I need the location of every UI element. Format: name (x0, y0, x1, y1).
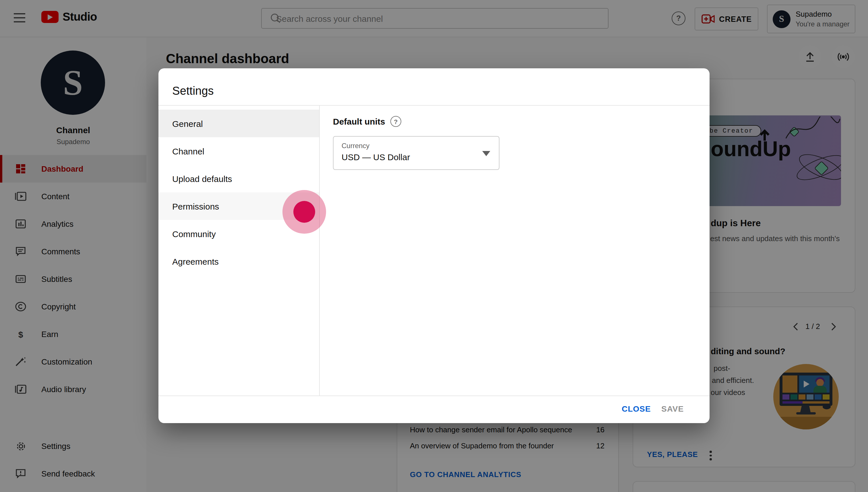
help-question-icon[interactable]: ? (390, 116, 401, 127)
chevron-down-icon (482, 151, 490, 156)
settings-dialog: Settings General Channel Upload defaults… (158, 68, 710, 423)
section-heading: Default units ? (333, 116, 401, 127)
currency-value: USD — US Dollar (342, 152, 410, 162)
settings-tab-general[interactable]: General (158, 109, 319, 137)
settings-tab-agreements[interactable]: Agreements (158, 247, 319, 275)
close-button[interactable]: CLOSE (622, 404, 651, 413)
currency-dropdown[interactable]: Currency USD — US Dollar (333, 136, 499, 170)
settings-tab-channel[interactable]: Channel (158, 137, 319, 165)
click-highlight-cursor (293, 201, 315, 223)
dialog-title: Settings (172, 84, 214, 98)
section-heading-text: Default units (333, 117, 385, 126)
settings-tab-upload-defaults[interactable]: Upload defaults (158, 165, 319, 192)
currency-label: Currency (342, 142, 369, 150)
youtube-studio-app: Studio Search across your channel ? CREA… (0, 0, 868, 492)
save-button[interactable]: SAVE (661, 404, 684, 413)
